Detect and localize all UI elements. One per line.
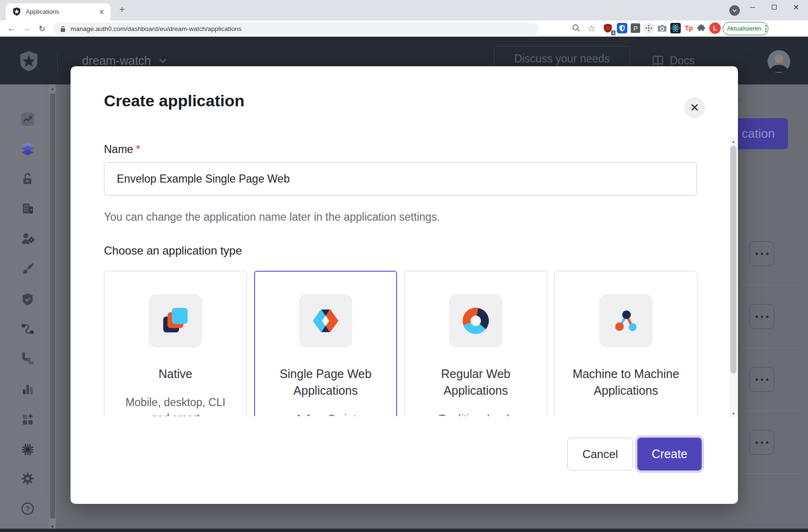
row-actions-menu-button[interactable] <box>749 430 774 455</box>
create-button[interactable]: Create <box>637 438 702 471</box>
window-minimize-button[interactable] <box>743 0 762 14</box>
name-help-text: You can change the application name late… <box>104 211 440 224</box>
scroll-down-icon[interactable]: ▼ <box>729 410 737 417</box>
browser-menu-kebab-icon[interactable] <box>765 25 767 32</box>
modal-scrollbar-thumb[interactable] <box>730 146 736 374</box>
application-type-cards-row: Native Mobile, desktop, CLI and smart Si… <box>104 271 698 416</box>
browser-chevron-icon[interactable] <box>729 5 740 16</box>
window-close-button[interactable]: ✕ <box>787 0 806 14</box>
lock-icon <box>60 25 66 32</box>
header-divider <box>57 52 58 71</box>
create-application-modal: Create application ✕ Name* You can chang… <box>71 66 738 504</box>
docs-label: Docs <box>670 54 695 67</box>
application-type-section-label: Choose an application type <box>104 244 242 257</box>
window-maximize-button[interactable] <box>765 0 784 14</box>
bookmark-star-icon[interactable]: ☆ <box>585 22 598 34</box>
application-name-input[interactable] <box>104 162 697 195</box>
required-asterisk: * <box>136 143 140 155</box>
p-extension-label: P <box>631 23 640 33</box>
modal-title: Create application <box>104 92 245 110</box>
reload-icon[interactable]: ↻ <box>35 22 49 35</box>
table-row-divider <box>742 473 801 474</box>
row-actions-menu-button[interactable] <box>749 304 774 329</box>
card-native[interactable]: Native Mobile, desktop, CLI and smart <box>104 271 247 416</box>
sidebar-scrollbar-thumb[interactable] <box>50 93 55 519</box>
sidebar-item-security[interactable] <box>20 292 35 307</box>
modal-scrollbar[interactable]: ▲ ▼ <box>729 137 737 418</box>
ublock-extension-icon[interactable]: 4 <box>602 22 614 34</box>
card-description: Mobile, desktop, CLI and smart <box>124 395 227 416</box>
sidebar-item-user-management[interactable] <box>20 231 35 246</box>
sidebar-item-applications[interactable] <box>20 142 35 156</box>
forward-icon[interactable]: → <box>20 22 33 35</box>
tampermonkey-extension-icon[interactable]: Tp <box>683 22 695 34</box>
sidebar: ? <box>0 84 49 532</box>
extensions-puzzle-icon[interactable] <box>695 22 707 34</box>
user-avatar[interactable] <box>767 50 790 73</box>
sidebar-item-help[interactable]: ? <box>20 501 35 516</box>
browser-tabstrip: Applications ✕ + ✕ <box>0 0 808 20</box>
browser-update-button[interactable]: Aktualisieren <box>723 22 768 35</box>
card-regular-web[interactable]: Regular Web Applications Traditional web <box>404 271 547 416</box>
sidebar-scrollbar[interactable]: ▲ ▼ <box>49 84 56 532</box>
sidebar-item-authentication[interactable] <box>20 172 35 186</box>
card-description: A JavaScript <box>295 411 356 416</box>
page-zoom-icon[interactable] <box>570 22 583 34</box>
p-extension-icon[interactable]: P <box>629 22 642 34</box>
card-title: Machine to Machine Applications <box>566 366 685 399</box>
dots-circle-extension-icon[interactable] <box>643 22 655 34</box>
native-icon <box>149 294 202 348</box>
discuss-button-label: Discuss your needs <box>514 52 610 65</box>
react-devtools-extension-icon[interactable] <box>669 22 682 34</box>
auth0-favicon-icon <box>12 7 21 16</box>
browser-tab[interactable]: Applications ✕ <box>6 3 111 20</box>
ublock-badge: 4 <box>611 31 615 35</box>
sidebar-item-branding[interactable] <box>20 261 35 276</box>
card-title: Single Page Web Applications <box>266 366 385 399</box>
browser-profile-avatar[interactable]: L <box>709 22 721 34</box>
chevron-down-icon <box>159 58 167 63</box>
table-row-divider <box>742 348 801 348</box>
card-machine-to-machine[interactable]: Machine to Machine Applications <box>554 271 697 416</box>
camera-extension-icon[interactable] <box>656 22 668 34</box>
application-type-cards-viewport: Native Mobile, desktop, CLI and smart Si… <box>104 271 698 416</box>
scroll-up-icon[interactable]: ▲ <box>729 138 737 145</box>
book-icon <box>652 54 664 67</box>
new-tab-button[interactable]: + <box>116 4 128 16</box>
address-bar[interactable]: manage.auth0.com/dashboard/eu/dream-watc… <box>53 22 539 35</box>
card-title: Regular Web Applications <box>416 366 535 399</box>
tab-title: Applications <box>26 3 59 20</box>
sidebar-item-settings[interactable] <box>20 471 35 486</box>
sidebar-item-activity[interactable] <box>20 112 35 126</box>
tenant-name: dream-watch <box>82 54 151 68</box>
sidebar-item-actions[interactable] <box>20 322 35 336</box>
regular-web-icon <box>449 294 502 348</box>
spa-icon <box>299 294 352 348</box>
svg-text:?: ? <box>26 505 30 512</box>
row-actions-menu-button[interactable] <box>749 367 774 392</box>
scroll-up-icon[interactable]: ▲ <box>49 85 56 92</box>
url-text: manage.auth0.com/dashboard/eu/dream-watc… <box>71 25 242 32</box>
background-create-application-button[interactable]: cation <box>738 118 788 149</box>
sidebar-item-monitoring[interactable] <box>20 382 35 397</box>
cancel-button-label: Cancel <box>583 448 618 461</box>
card-single-page-web[interactable]: Single Page Web Applications A JavaScrip… <box>254 271 397 416</box>
cancel-button[interactable]: Cancel <box>567 438 633 471</box>
sidebar-item-auth-pipeline[interactable] <box>20 352 35 367</box>
sidebar-item-organizations[interactable] <box>20 201 35 215</box>
row-actions-menu-button[interactable] <box>749 241 774 266</box>
sidebar-item-marketplace[interactable] <box>20 412 35 427</box>
tab-close-icon[interactable]: ✕ <box>97 8 106 16</box>
modal-close-icon[interactable]: ✕ <box>684 97 705 118</box>
browser-toolbar: ← → ↻ manage.auth0.com/dashboard/eu/drea… <box>0 20 808 37</box>
bitwarden-extension-icon[interactable] <box>616 22 628 34</box>
machine-to-machine-icon <box>599 294 653 348</box>
update-button-label: Aktualisieren <box>727 25 761 32</box>
auth0-logo-icon[interactable] <box>19 51 39 72</box>
tp-extension-label: Tp <box>685 24 693 32</box>
name-field-label: Name* <box>104 143 140 156</box>
table-row-divider <box>742 410 801 411</box>
table-row-divider <box>742 285 801 285</box>
sidebar-item-extensions[interactable] <box>20 442 35 457</box>
back-icon[interactable]: ← <box>5 22 18 35</box>
